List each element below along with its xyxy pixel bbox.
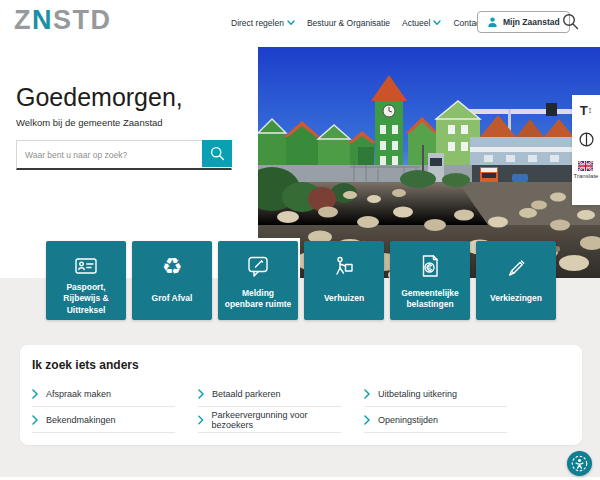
hero-search-submit-button[interactable] [202, 140, 232, 167]
text-size-button[interactable]: T↕ [580, 103, 592, 118]
chevron-down-icon [287, 20, 295, 26]
quick-link-openingstijden[interactable]: Openingstijden [364, 407, 507, 433]
text-size-icon: T↕ [580, 103, 592, 118]
nav-item-actueel[interactable]: Actueel [402, 18, 441, 28]
tile-label: Verkiezingen [485, 284, 547, 314]
quick-link-label: Openingstijden [378, 415, 438, 425]
logo-text: Z [14, 5, 32, 35]
nav-label: Bestuur & Organisatie [307, 18, 390, 28]
pencil-icon [503, 252, 529, 280]
hero-search-input[interactable] [17, 141, 202, 168]
main-nav: Direct regelen Bestuur & Organisatie Act… [231, 0, 483, 45]
search-icon [562, 13, 579, 30]
search-icon [210, 146, 225, 161]
hero-search-bar [16, 140, 232, 170]
recycle-icon: ♻ [162, 252, 183, 280]
report-bubble-icon [245, 252, 271, 280]
quick-link-betaald-parkeren[interactable]: Betaald parkeren [198, 381, 341, 407]
quick-link-label: Uitbetaling uitkering [378, 389, 457, 399]
accessibility-person-icon [571, 455, 588, 472]
chevron-right-icon [364, 415, 370, 425]
greeting-heading: Goedemorgen, [16, 83, 183, 112]
nav-item-direct-regelen[interactable]: Direct regelen [231, 18, 295, 28]
contrast-button[interactable] [578, 131, 595, 148]
tile-paspoort[interactable]: Paspoort, Rijbewijs & Uittreksel [46, 241, 126, 320]
chevron-right-icon [32, 415, 38, 425]
contrast-icon [578, 131, 595, 148]
quick-link-bekendmakingen[interactable]: Bekendmakingen [32, 407, 175, 433]
chevron-right-icon [198, 389, 204, 399]
quick-links-title: Ik zoek iets anders [32, 358, 582, 372]
tile-grof-afval[interactable]: ♻ Grof Afval [132, 241, 212, 320]
logo-text-suffix: STD [53, 5, 112, 35]
tile-verkiezingen[interactable]: Verkiezingen [476, 241, 556, 320]
account-button-label: Mijn Zaanstad [503, 17, 560, 27]
tile-label: Grof Afval [147, 284, 198, 314]
logo-accent-letter: N [32, 5, 53, 35]
nav-label: Direct regelen [231, 18, 284, 28]
uk-flag-icon [578, 161, 593, 171]
tile-label: Gemeentelijke belastingen [390, 284, 470, 314]
quick-link-parkeervergunning[interactable]: Parkeervergunning voor bezoekers [198, 407, 341, 433]
quick-link-label: Betaald parkeren [212, 389, 281, 399]
tile-melding-openbare-ruimte[interactable]: Melding openbare ruimte [218, 241, 298, 320]
quick-link-label: Parkeervergunning voor bezoekers [212, 410, 341, 430]
quick-link-label: Afspraak maken [46, 389, 111, 399]
quick-links-card: Ik zoek iets anders Afspraak maken Betaa… [20, 345, 582, 445]
tile-label: Melding openbare ruimte [218, 284, 298, 314]
welcome-text: Welkom bij de gemeente Zaanstad [16, 117, 163, 128]
quick-link-label: Bekendmakingen [46, 415, 116, 425]
moving-person-icon [331, 252, 357, 280]
translate-button[interactable]: Translate [574, 161, 599, 179]
accessibility-toolbar: T↕ Translate [572, 95, 600, 205]
translate-label: Translate [574, 173, 599, 179]
accessibility-widget-button[interactable] [567, 451, 592, 476]
tile-gemeentelijke-belastingen[interactable]: Gemeentelijke belastingen [390, 241, 470, 320]
quick-link-uitbetaling-uitkering[interactable]: Uitbetaling uitkering [364, 381, 507, 407]
tax-document-icon [417, 252, 443, 280]
chevron-right-icon [364, 389, 370, 399]
tile-label: Paspoort, Rijbewijs & Uittreksel [46, 284, 126, 314]
person-icon [487, 16, 498, 28]
id-card-icon [73, 252, 99, 280]
chevron-right-icon [198, 415, 204, 425]
mijn-zaanstad-button[interactable]: Mijn Zaanstad [477, 11, 570, 33]
tile-verhuizen[interactable]: Verhuizen [304, 241, 384, 320]
service-tiles: Paspoort, Rijbewijs & Uittreksel ♻ Grof … [46, 241, 556, 320]
chevron-down-icon [433, 20, 441, 26]
quick-links-grid: Afspraak maken Betaald parkeren Uitbetal… [32, 381, 582, 433]
site-logo[interactable]: ZNSTD [14, 5, 112, 36]
chevron-right-icon [32, 389, 38, 399]
quick-link-afspraak-maken[interactable]: Afspraak maken [32, 381, 175, 407]
header: ZNSTD Direct regelen Bestuur & Organisat… [0, 0, 600, 45]
tile-label: Verhuizen [319, 284, 369, 314]
header-search-button[interactable] [561, 13, 579, 31]
nav-label: Actueel [402, 18, 430, 28]
nav-item-bestuur-organisatie[interactable]: Bestuur & Organisatie [307, 18, 390, 28]
